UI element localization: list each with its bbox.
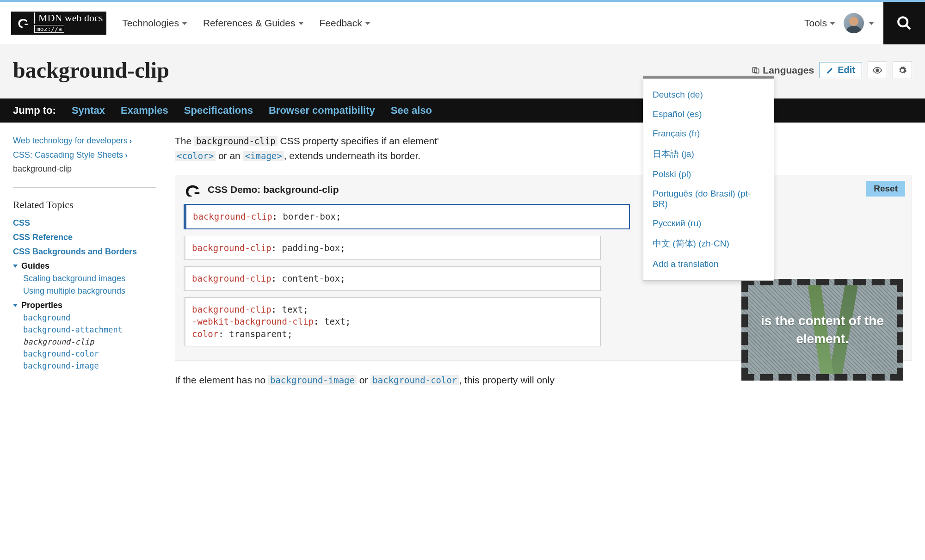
avatar-menu-caret[interactable] [869,22,874,25]
sidebar-prop-background-clip: background-clip [23,337,156,346]
lang-option-de[interactable]: Deutsch (de) [643,85,774,105]
nav-items: Technologies References & Guides Feedbac… [122,18,370,29]
code-snippet[interactable]: background-clip: content-box; [184,266,601,291]
lang-option-pl[interactable]: Polski (pl) [643,165,774,184]
jump-bar: Jump to: Syntax Examples Specifications … [0,98,925,123]
reset-button[interactable]: Reset [866,181,905,197]
search-icon [896,15,912,31]
edit-button[interactable]: Edit [820,62,862,78]
pencil-icon [826,67,834,74]
dino-icon [15,14,31,31]
demo-preview: is the content of the element. [741,279,903,381]
jump-label: Jump to: [13,105,56,117]
sidebar-section-label: Guides [21,261,49,271]
chevron-down-icon [182,22,187,25]
lang-option-add[interactable]: Add a translation [643,254,774,274]
below-code-bg-color[interactable]: background-color [370,375,459,385]
sidebar: Web technology for developers› CSS: Casc… [13,134,156,387]
languages-dropdown: Deutsch (de) Español (es) Français (fr) … [643,76,774,281]
code-snippet[interactable]: background-clip: padding-box; [184,236,601,260]
below-code-bg-image[interactable]: background-image [268,375,357,385]
intro-paragraph: The background-clip CSS property specifi… [175,134,912,163]
intro-text: , extends underneath its border. [284,150,420,161]
search-button[interactable] [883,2,925,44]
jump-browser-compat[interactable]: Browser compatibility [269,105,375,117]
jump-see-also[interactable]: See also [391,105,432,117]
lang-option-ptbr[interactable]: Português (do Brasil) (pt-BR) [643,184,774,214]
nav-item-label: Feedback [320,18,362,29]
settings-button[interactable] [893,62,912,79]
intro-text: The [175,135,194,146]
chevron-right-icon: › [130,137,132,145]
logo-text-sub: moz://a [34,25,64,33]
sidebar-heading: Related Topics [13,199,156,211]
triangle-down-icon [13,304,18,307]
gear-icon [898,66,907,75]
sidebar-section-properties[interactable]: Properties [13,301,156,310]
chevron-down-icon [365,22,370,25]
preview-text: is the content of the element. [756,312,888,348]
lang-option-ru[interactable]: Русский (ru) [643,214,774,233]
nav-technologies[interactable]: Technologies [122,18,187,29]
intro-link-image[interactable]: <image> [243,151,284,161]
chevron-down-icon [298,22,304,25]
code-snippet[interactable]: background-clip: text; -webkit-backgroun… [184,297,601,346]
breadcrumb-item[interactable]: Web technology for developers [13,136,128,145]
sidebar-section-guides[interactable]: Guides [13,261,156,271]
nav-item-label: Technologies [122,18,179,29]
main-content: The background-clip CSS property specifi… [175,134,912,387]
svg-line-1 [906,25,910,29]
sidebar-link-css-backgrounds[interactable]: CSS Backgrounds and Borders [13,247,156,257]
sidebar-link-css[interactable]: CSS [13,218,156,228]
sidebar-sub-multiple[interactable]: Using multiple backgrounds [23,286,156,296]
lang-option-ja[interactable]: 日本語 (ja) [643,143,774,165]
languages-label: Languages [763,65,814,76]
nav-feedback[interactable]: Feedback [320,18,370,29]
breadcrumb-current: background-clip [13,162,156,176]
triangle-down-icon [13,265,18,268]
jump-examples[interactable]: Examples [121,105,168,117]
below-text: If the element has no [175,375,268,385]
user-avatar[interactable] [844,13,864,33]
nav-item-label: Tools [804,18,827,29]
logo-text-top: MDN web docs [34,12,103,23]
sidebar-link-css-reference[interactable]: CSS Reference [13,233,156,242]
lang-option-zhcn[interactable]: 中文 (简体) (zh-CN) [643,233,774,254]
chevron-right-icon: › [125,151,127,159]
watch-button[interactable] [868,62,887,79]
sidebar-sub-scaling[interactable]: Scaling background images [23,274,156,283]
intro-text: CSS property specifies if an element' [278,135,439,146]
jump-specifications[interactable]: Specifications [184,105,253,117]
main-navbar: MDN web docs moz://a Technologies Refere… [0,2,925,44]
sidebar-divider [13,187,156,188]
intro-link-color[interactable]: <color> [175,151,216,161]
lang-option-fr[interactable]: Français (fr) [643,124,774,143]
jump-syntax[interactable]: Syntax [72,105,105,117]
nav-item-label: References & Guides [203,18,296,29]
dino-icon [184,183,202,197]
nav-references-guides[interactable]: References & Guides [203,18,304,29]
demo-title: CSS Demo: background-clip [208,184,339,195]
languages-button[interactable]: Languages [752,65,814,76]
below-text: , this property will only [459,375,555,385]
page-title: background-clip [13,57,169,83]
code-snippet[interactable]: background-clip: border-box; [184,204,630,229]
svg-point-4 [876,69,879,72]
site-logo[interactable]: MDN web docs moz://a [11,12,106,35]
title-bar: background-clip Languages Edit Deutsch (… [0,44,925,98]
globe-icon [752,66,760,74]
demo-panel: CSS Demo: background-clip Reset backgrou… [175,175,912,361]
eye-icon [872,65,882,75]
sidebar-prop-background-attachment[interactable]: background-attachment [23,325,156,334]
sidebar-prop-background-image[interactable]: background-image [23,361,156,370]
lang-option-es[interactable]: Español (es) [643,105,774,124]
sidebar-prop-background[interactable]: background [23,313,156,322]
breadcrumb-item[interactable]: CSS: Cascading Style Sheets [13,150,123,160]
below-text: or [357,375,370,385]
sidebar-section-label: Properties [21,301,62,310]
edit-label: Edit [838,65,855,75]
intro-code: background-clip [194,136,278,146]
svg-point-0 [898,17,907,26]
nav-tools[interactable]: Tools [804,18,835,29]
sidebar-prop-background-color[interactable]: background-color [23,349,156,358]
